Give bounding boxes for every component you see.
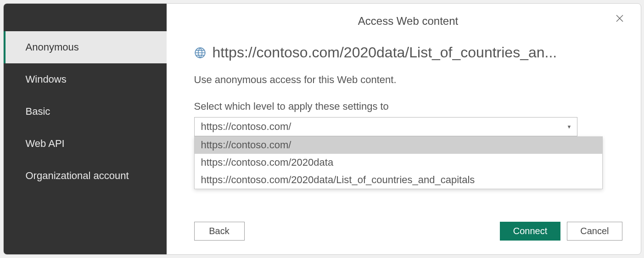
auth-method-sidebar: Anonymous Windows Basic Web API Organiza… [4, 4, 167, 254]
level-option[interactable]: https://contoso.com/ [195, 136, 602, 154]
connect-button[interactable]: Connect [500, 222, 561, 241]
level-select-value: https://contoso.com/ [201, 121, 291, 133]
sidebar-item-basic[interactable]: Basic [4, 95, 167, 128]
sidebar-item-label: Web API [26, 138, 65, 149]
button-label: Cancel [580, 226, 609, 236]
title-row: Access Web content [194, 12, 622, 30]
sidebar-item-anonymous[interactable]: Anonymous [4, 31, 167, 63]
sidebar-item-organizational-account[interactable]: Organizational account [4, 160, 167, 192]
close-button[interactable] [612, 11, 627, 26]
sidebar-item-label: Anonymous [26, 41, 79, 53]
level-dropdown-list: https://contoso.com/ https://contoso.com… [194, 136, 603, 189]
level-select-wrap: https://contoso.com/ ▼ https://contoso.c… [194, 117, 577, 136]
chevron-down-icon: ▼ [567, 124, 572, 129]
back-button[interactable]: Back [194, 222, 245, 241]
description-text: Use anonymous access for this Web conten… [194, 74, 622, 86]
sidebar-item-web-api[interactable]: Web API [4, 128, 167, 160]
level-option-label: https://contoso.com/2020data/List_of_cou… [201, 174, 475, 185]
globe-icon [194, 47, 206, 59]
sidebar-item-windows[interactable]: Windows [4, 63, 167, 95]
url-row: https://contoso.com/2020data/List_of_cou… [194, 44, 622, 61]
sidebar-item-label: Organizational account [26, 170, 129, 181]
button-row: Back Connect Cancel [194, 213, 622, 241]
level-select[interactable]: https://contoso.com/ ▼ [194, 117, 577, 136]
level-option[interactable]: https://contoso.com/2020data [195, 154, 602, 171]
button-label: Connect [513, 226, 548, 236]
level-option-label: https://contoso.com/ [201, 139, 291, 151]
button-label: Back [209, 226, 229, 236]
level-option[interactable]: https://contoso.com/2020data/List_of_cou… [195, 171, 602, 189]
sidebar-item-label: Basic [26, 106, 50, 117]
close-icon [614, 13, 625, 24]
level-label: Select which level to apply these settin… [194, 101, 622, 112]
sidebar-item-label: Windows [26, 73, 67, 85]
cancel-button[interactable]: Cancel [567, 222, 622, 241]
access-web-content-dialog: Anonymous Windows Basic Web API Organiza… [3, 3, 641, 255]
dialog-title: Access Web content [358, 15, 458, 28]
source-url: https://contoso.com/2020data/List_of_cou… [213, 44, 557, 61]
level-option-label: https://contoso.com/2020data [201, 157, 334, 168]
main-panel: Access Web content https://contoso.com/2… [167, 4, 641, 254]
